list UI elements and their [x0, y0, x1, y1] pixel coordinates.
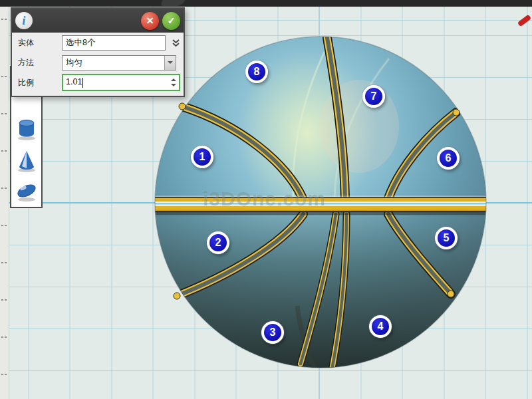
dialog-titlebar: i ✕ ✓: [12, 9, 184, 33]
segment-badge-3[interactable]: 3: [261, 321, 284, 344]
title-bar: [0, 0, 532, 7]
entity-value: 选中8个: [66, 37, 95, 49]
entity-field[interactable]: 选中8个: [62, 35, 166, 51]
scale-input[interactable]: 1.01: [62, 74, 180, 91]
scale-label: 比例: [18, 77, 62, 88]
method-label: 方法: [18, 57, 62, 68]
chevron-double-down-icon[interactable]: [171, 38, 181, 48]
scale-row: 比例 1.01: [12, 72, 184, 92]
segment-badge-1[interactable]: 1: [191, 146, 213, 168]
segment-badge-8[interactable]: 8: [245, 61, 268, 83]
dropdown-arrow-icon[interactable]: [164, 56, 176, 70]
ellipsoid-tool-button[interactable]: [13, 178, 40, 206]
dock-strip: [0, 7, 9, 399]
method-dropdown[interactable]: 均匀: [62, 55, 176, 70]
entity-row: 实体 选中8个: [12, 33, 184, 53]
spinner-stepper[interactable]: [171, 78, 176, 86]
info-icon: i: [15, 12, 33, 29]
method-value: 均匀: [63, 57, 164, 68]
watermark: i3DOne.com: [203, 188, 326, 210]
app-window: i3DOne.com 1 2 3 4 5 6 7 8: [0, 0, 532, 399]
cone-icon: [15, 148, 39, 172]
scale-dialog: i ✕ ✓ 实体 选中8个 方法 均匀 比例: [11, 7, 185, 97]
segment-badge-7[interactable]: 7: [362, 85, 385, 108]
segment-badge-4[interactable]: 4: [369, 315, 392, 338]
dialog-body: 实体 选中8个 方法 均匀 比例 1.01: [12, 33, 184, 92]
segment-badge-6[interactable]: 6: [437, 147, 460, 170]
segment-badge-2[interactable]: 2: [207, 231, 229, 254]
cone-tool-button[interactable]: [13, 147, 40, 175]
cylinder-icon: [15, 116, 39, 140]
confirm-button[interactable]: ✓: [162, 12, 180, 30]
ellipsoid-icon: [15, 180, 39, 203]
scale-value: 1.01: [66, 77, 82, 86]
cylinder-tool-button[interactable]: [13, 115, 40, 143]
cancel-button[interactable]: ✕: [141, 12, 159, 30]
segment-badge-5[interactable]: 5: [435, 227, 458, 249]
entity-label: 实体: [18, 37, 62, 49]
method-row: 方法 均匀: [12, 53, 184, 72]
titlebar-notch: [161, 0, 186, 6]
text-cursor: [82, 78, 83, 88]
